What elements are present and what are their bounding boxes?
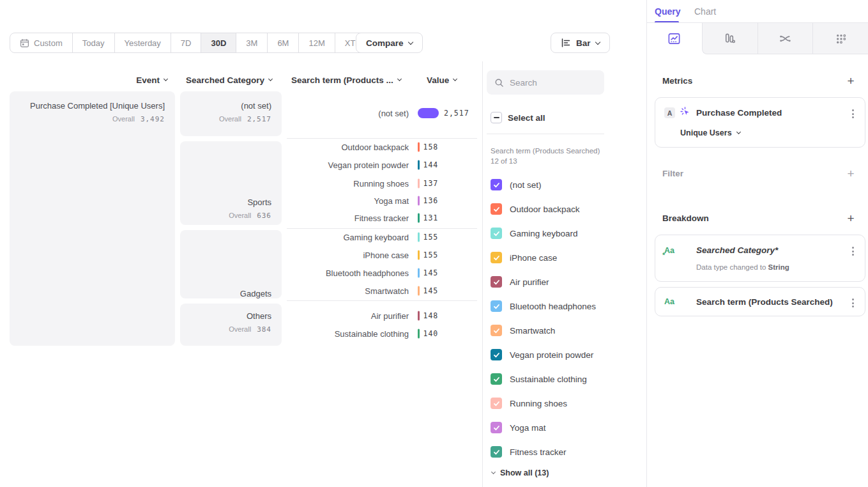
breakdown-card-search-term[interactable]: Aa Search term (Products Searched) — [655, 287, 865, 316]
value-bar[interactable] — [418, 196, 420, 206]
category-cell--not-set-[interactable]: (not set)Overall2,517 — [180, 91, 282, 136]
row-separator — [287, 228, 477, 229]
value-number: 145 — [423, 268, 439, 277]
kebab-menu-icon[interactable] — [851, 297, 855, 309]
metric-card[interactable]: A Purchase Completed Unique Users — [655, 97, 865, 148]
legend-checkbox[interactable] — [491, 203, 502, 215]
chart-type-button[interactable]: Bar — [551, 33, 610, 53]
select-all-row[interactable]: Select all — [491, 112, 545, 123]
legend-checkbox[interactable] — [491, 252, 502, 263]
value-bar[interactable] — [418, 179, 420, 189]
check-icon — [493, 352, 500, 359]
add-metric-button[interactable]: + — [844, 75, 857, 88]
legend-item-label: Outdoor backpack — [510, 205, 580, 214]
date-range-30d[interactable]: 30D — [201, 33, 236, 52]
legend-checkbox[interactable] — [491, 179, 502, 190]
legend-checkbox[interactable] — [491, 373, 502, 385]
legend-checkbox[interactable] — [491, 446, 502, 458]
date-range-12m[interactable]: 12M — [299, 33, 335, 52]
compare-button[interactable]: Compare — [356, 33, 423, 53]
legend-search-box — [487, 70, 604, 95]
category-cell-gadgets[interactable]: GadgetsOverall545 — [180, 230, 282, 298]
column-header-search-term[interactable]: Search term (Products ... — [291, 75, 401, 85]
value-bar[interactable] — [418, 268, 420, 278]
legend-item[interactable]: iPhone case — [491, 245, 643, 270]
search-input[interactable] — [510, 78, 597, 88]
indeterminate-icon — [494, 117, 499, 118]
legend-item[interactable]: Gaming keyboard — [491, 221, 643, 245]
event-overall: Overall3,492 — [10, 115, 165, 123]
legend-item[interactable]: Bluetooth headphones — [491, 294, 643, 318]
insights-chart-icon — [667, 31, 681, 46]
legend-item[interactable]: Air purifier — [491, 270, 643, 294]
view-tab-flow[interactable] — [758, 23, 813, 54]
view-tab-retention-grid[interactable] — [812, 23, 868, 54]
legend-checkbox[interactable] — [491, 422, 502, 433]
date-range-6m[interactable]: 6M — [268, 33, 299, 52]
category-cell-sports[interactable]: SportsOverall636 — [180, 141, 282, 225]
term-label: Yoga mat — [287, 196, 409, 206]
value-bar[interactable] — [418, 160, 420, 170]
breakdown-card-searched-category[interactable]: Aa* Searched Category* Data type changed… — [655, 235, 865, 282]
show-all-button[interactable]: Show all (13) — [492, 468, 549, 477]
value-bar[interactable] — [418, 233, 420, 242]
add-breakdown-button[interactable]: + — [844, 212, 857, 225]
date-range-3m[interactable]: 3M — [236, 33, 268, 52]
category-overall: Overall2,517 — [180, 115, 271, 123]
legend-item-label: Smartwatch — [510, 326, 555, 336]
column-header-event[interactable]: Event — [136, 75, 167, 85]
value-bar[interactable] — [418, 251, 420, 260]
chevron-down-icon — [491, 469, 496, 474]
event-cell[interactable]: Purchase Completed [Unique Users] Overal… — [10, 91, 175, 346]
legend-checkbox[interactable] — [491, 228, 502, 239]
legend-item[interactable]: Sustainable clothing — [491, 367, 643, 391]
metric-name: Purchase Completed — [696, 108, 782, 118]
add-filter-button[interactable]: + — [844, 167, 857, 180]
date-range-control: CustomTodayYesterday7D30D3M6M12MXTD — [10, 33, 379, 53]
category-cell-others[interactable]: OthersOverall384 — [180, 304, 282, 346]
legend-checkbox[interactable] — [491, 398, 502, 409]
legend-checkbox[interactable] — [491, 276, 502, 288]
legend-item[interactable]: Fitness tracker — [491, 440, 643, 464]
legend-checkbox[interactable] — [491, 349, 502, 360]
value-number: 131 — [423, 213, 439, 222]
value-bar[interactable] — [418, 213, 420, 223]
legend-checkbox[interactable] — [491, 325, 502, 336]
show-all-label: Show all (13) — [500, 468, 549, 477]
legend-item[interactable]: Outdoor backpack — [491, 197, 643, 221]
legend-item[interactable]: Yoga mat — [491, 415, 643, 440]
date-range-label: 7D — [181, 38, 192, 48]
value-bar[interactable] — [418, 108, 439, 118]
legend-checkbox[interactable] — [491, 300, 502, 312]
tab-query[interactable]: Query — [655, 6, 680, 17]
legend-item[interactable]: Vegan protein powder — [491, 343, 643, 367]
category-name: (not set) — [180, 101, 271, 111]
category-name: Gadgets — [180, 289, 271, 298]
date-range-yesterday[interactable]: Yesterday — [115, 33, 171, 52]
legend-item[interactable]: Smartwatch — [491, 318, 643, 343]
overall-label: Overall — [229, 325, 251, 333]
value-bar[interactable] — [418, 143, 420, 152]
view-tab-funnel-bars[interactable] — [702, 23, 758, 54]
legend-item[interactable]: (not set) — [491, 173, 643, 197]
view-tab-insights-chart[interactable] — [647, 23, 702, 54]
column-header-searched-category[interactable]: Searched Category — [186, 75, 272, 85]
legend-item[interactable]: Running shoes — [491, 391, 643, 415]
tab-chart[interactable]: Chart — [694, 6, 716, 17]
value-bar[interactable] — [418, 329, 420, 339]
column-header-value[interactable]: Value — [427, 75, 457, 85]
legend-item-label: Fitness tracker — [510, 447, 567, 457]
breakdown-name: Search term (Products Searched) — [696, 297, 833, 307]
value-bar[interactable] — [418, 286, 420, 296]
kebab-menu-icon[interactable] — [851, 245, 855, 257]
measurement-dropdown[interactable]: Unique Users — [680, 128, 740, 137]
value-number: 136 — [423, 196, 439, 205]
term-label: Fitness tracker — [287, 213, 409, 223]
kebab-menu-icon[interactable] — [851, 108, 855, 120]
date-range-today[interactable]: Today — [73, 33, 115, 52]
date-range-custom[interactable]: Custom — [10, 33, 73, 52]
date-range-7d[interactable]: 7D — [171, 33, 202, 52]
select-all-checkbox[interactable] — [491, 112, 502, 123]
value-bar[interactable] — [418, 311, 420, 321]
legend-item-label: Running shoes — [510, 399, 567, 408]
